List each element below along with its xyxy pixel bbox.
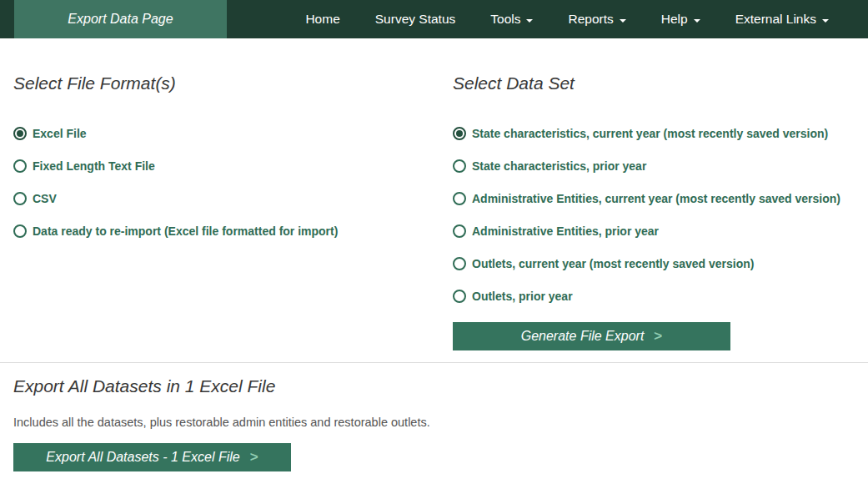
file-format-option-label: Data ready to re-import (Excel file form…: [33, 224, 338, 238]
export-all-section: Export All Datasets in 1 Excel File Incl…: [0, 376, 868, 471]
radio-button-icon[interactable]: [453, 290, 466, 303]
nav-item-label: Tools: [490, 12, 520, 27]
file-format-option-fixed-length-text-file[interactable]: Fixed Length Text File: [13, 159, 453, 173]
nav-item-label: Home: [305, 12, 339, 27]
nav-item-label: Reports: [568, 12, 613, 27]
data-set-option-state-characteristics-current-year-most-[interactable]: State characteristics, current year (mos…: [453, 127, 855, 140]
generate-file-export-label: Generate File Export: [521, 329, 645, 344]
data-set-option-label: State characteristics, current year (mos…: [472, 127, 828, 140]
chevron-down-icon: [620, 19, 626, 23]
section-divider: [0, 362, 868, 363]
chevron-down-icon: [694, 19, 700, 23]
nav-item-reports[interactable]: Reports: [550, 0, 643, 38]
file-format-option-data-ready-to-re-import-excel-file-forma[interactable]: Data ready to re-import (Excel file form…: [13, 224, 453, 238]
radio-button-icon[interactable]: [453, 257, 466, 270]
radio-button-icon[interactable]: [453, 192, 466, 205]
nav-item-survey-status[interactable]: Survey Status: [358, 0, 474, 38]
radio-button-icon[interactable]: [453, 224, 466, 238]
export-all-heading: Export All Datasets in 1 Excel File: [13, 376, 855, 396]
radio-button-icon[interactable]: [13, 192, 27, 205]
nav-item-label: Help: [661, 12, 688, 27]
radio-button-icon[interactable]: [13, 224, 27, 238]
file-format-section: Select File Format(s) Excel File Fixed L…: [13, 38, 453, 350]
data-set-option-outlets-current-year-most-recently-saved[interactable]: Outlets, current year (most recently sav…: [453, 257, 855, 270]
file-format-option-label: Fixed Length Text File: [33, 159, 155, 173]
nav-item-label: External Links: [735, 12, 816, 27]
file-format-option-excel-file[interactable]: Excel File: [13, 127, 453, 140]
data-set-heading: Select Data Set: [453, 73, 855, 93]
nav-item-label: Survey Status: [375, 12, 456, 27]
data-set-option-state-characteristics-prior-year[interactable]: State characteristics, prior year: [453, 159, 855, 173]
export-all-description: Includes all the datasets, plus restorab…: [13, 416, 855, 429]
export-all-datasets-label: Export All Datasets - 1 Excel File: [46, 450, 239, 465]
page-title: Export Data Page: [14, 0, 227, 38]
chevron-down-icon: [822, 19, 829, 23]
radio-button-icon[interactable]: [13, 127, 27, 140]
nav-item-tools[interactable]: Tools: [473, 0, 550, 38]
nav-item-help[interactable]: Help: [644, 0, 718, 38]
top-navbar: Export Data Page Home Survey Status Tool…: [0, 0, 868, 38]
nav-item-external-links[interactable]: External Links: [718, 0, 846, 38]
data-set-option-administrative-entities-prior-year[interactable]: Administrative Entities, prior year: [453, 224, 855, 238]
data-set-section: Select Data Set State characteristics, c…: [453, 38, 855, 350]
export-all-datasets-button[interactable]: Export All Datasets - 1 Excel File >: [13, 443, 291, 471]
file-format-radio-group: Excel File Fixed Length Text File CSV Da…: [13, 127, 453, 238]
file-format-option-csv[interactable]: CSV: [13, 192, 453, 205]
file-format-heading: Select File Format(s): [13, 73, 453, 93]
radio-button-icon[interactable]: [453, 127, 466, 140]
generate-file-export-button[interactable]: Generate File Export >: [453, 322, 730, 350]
nav-list: Home Survey Status Tools Reports Help Ex…: [288, 0, 868, 38]
data-set-option-administrative-entities-current-year-mos[interactable]: Administrative Entities, current year (m…: [453, 192, 855, 205]
data-set-option-label: Administrative Entities, prior year: [472, 224, 659, 238]
data-set-option-outlets-prior-year[interactable]: Outlets, prior year: [453, 290, 855, 303]
main-content: Select File Format(s) Excel File Fixed L…: [0, 38, 868, 350]
data-set-option-label: Outlets, prior year: [472, 290, 573, 303]
file-format-option-label: Excel File: [33, 127, 87, 140]
chevron-down-icon: [526, 19, 533, 23]
data-set-option-label: State characteristics, prior year: [472, 159, 646, 173]
radio-button-icon[interactable]: [13, 159, 27, 173]
chevron-right-icon: >: [250, 449, 258, 466]
radio-button-icon[interactable]: [453, 159, 466, 173]
data-set-radio-group: State characteristics, current year (mos…: [453, 127, 855, 303]
chevron-right-icon: >: [654, 328, 662, 345]
data-set-option-label: Outlets, current year (most recently sav…: [472, 257, 754, 270]
data-set-option-label: Administrative Entities, current year (m…: [472, 192, 840, 205]
file-format-option-label: CSV: [33, 192, 57, 205]
nav-item-home[interactable]: Home: [288, 0, 357, 38]
